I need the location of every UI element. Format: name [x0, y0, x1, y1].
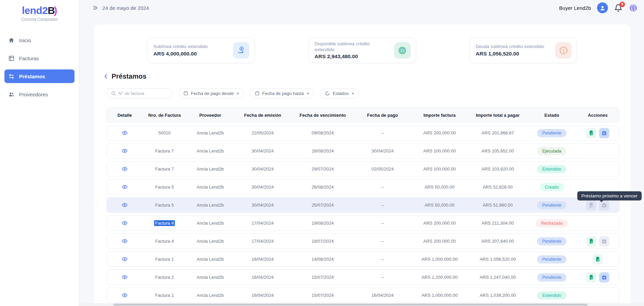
- sidebar-item-inicio[interactable]: Inicio: [4, 33, 75, 47]
- current-date: 24 de mayo de 2024: [102, 5, 149, 11]
- view-detail-button[interactable]: [121, 256, 128, 263]
- issue-date: 22/05/2024: [234, 130, 291, 135]
- view-detail-button[interactable]: [121, 220, 128, 227]
- row-actions: [576, 200, 619, 210]
- sidebar-item-label: Facturas: [19, 55, 39, 61]
- status-badge: Rechazada: [536, 219, 567, 227]
- payment-date: --: [354, 184, 411, 190]
- svg-text:$: $: [401, 49, 403, 52]
- invoice-amount: ARS 100,000.00: [411, 166, 468, 172]
- total-amount: ARS 103,920.00: [468, 166, 527, 172]
- provider: Ancla Lend2b: [186, 293, 234, 298]
- collapse-sidebar-icon[interactable]: [92, 5, 98, 11]
- logo-accent-mark: ): [54, 5, 57, 16]
- total-amount: ARS 1,056,520.00: [468, 257, 527, 262]
- user-avatar[interactable]: [597, 2, 608, 13]
- invoice-number: Factura 4: [154, 220, 175, 226]
- payment-date: --: [354, 130, 411, 135]
- payment-date: 30/04/2024: [354, 148, 411, 154]
- invoice-number: Factura 1: [155, 293, 174, 298]
- invoice-amount: ARS 1,000,000.00: [411, 293, 468, 298]
- sidebar-item-facturas[interactable]: Facturas: [4, 51, 75, 65]
- column-header: Fecha de emisión: [234, 113, 291, 118]
- provider: Ancla Lend2b: [186, 221, 234, 226]
- view-detail-button[interactable]: [121, 202, 128, 209]
- loan-document-button[interactable]: [586, 236, 596, 246]
- invoice-number: Factura 5: [155, 184, 174, 190]
- issue-date: 30/04/2024: [234, 184, 291, 190]
- card-deuda-sublinea: Deuda sublínea crédito extendido ARS 1,0…: [469, 38, 577, 63]
- topbar: 24 de mayo de 2024 Buyer Lend2b 9: [79, 0, 644, 16]
- invoice-amount: ARS 200,000.00: [411, 221, 468, 226]
- table-row: Factura 4 Ancla Lend2b 17/04/2024 18/07/…: [106, 233, 620, 249]
- due-date: 15/07/2024: [291, 275, 354, 280]
- invoice-amount: ARS 1,000,000.00: [411, 257, 468, 262]
- extend-loan-calendar-button[interactable]: [599, 272, 609, 283]
- loan-document-button[interactable]: [593, 254, 603, 264]
- scrollbar-thumb[interactable]: [113, 304, 588, 306]
- view-detail-button[interactable]: [121, 183, 128, 191]
- due-date: 25/07/2024: [291, 203, 354, 208]
- total-amount: ARS 1,039,200.00: [468, 293, 527, 298]
- issue-date: 16/04/2024: [234, 275, 291, 280]
- extend-loan-calendar-button[interactable]: [599, 128, 609, 138]
- loan-document-button[interactable]: [586, 128, 596, 138]
- column-header: Fecha de vencimiento: [291, 113, 354, 118]
- notifications-bell-icon[interactable]: 9: [614, 4, 623, 12]
- status-badge: Creado: [540, 183, 564, 191]
- table-row: Factura 1 Ancla Lend2b 16/04/2024 15/07/…: [106, 288, 620, 303]
- status-badge: Pendiente: [537, 273, 566, 281]
- table-row: Factura 5 Ancla Lend2b 30/04/2024 25/07/…: [106, 197, 620, 213]
- due-date: 29/07/2024: [291, 166, 354, 172]
- provider: Ancla Lend2b: [186, 275, 234, 280]
- row-actions: [576, 272, 619, 283]
- view-detail-button[interactable]: [121, 238, 128, 245]
- view-detail-button[interactable]: [121, 292, 128, 299]
- total-amount: ARS 51,960.00: [468, 203, 527, 208]
- view-detail-button[interactable]: [121, 129, 128, 136]
- table-row: Factura 5 Ancla Lend2b 30/04/2024 26/08/…: [106, 179, 620, 195]
- column-header: Estado: [527, 113, 576, 118]
- payment-date: --: [354, 257, 411, 262]
- issue-date: 30/04/2024: [234, 166, 291, 172]
- main-area: 24 de mayo de 2024 Buyer Lend2b 9 Sublín…: [79, 0, 644, 306]
- provider: Ancla Lend2b: [186, 148, 234, 154]
- sidebar-item-prestamos[interactable]: Préstamos: [4, 69, 75, 83]
- column-header: Acciones: [576, 113, 619, 118]
- total-amount: ARS 1,247,040.00: [468, 275, 527, 280]
- table-row: Factura 4 Ancla Lend2b 17/04/2024 19/08/…: [106, 215, 620, 231]
- status-badge: Pendiente: [537, 237, 566, 245]
- payment-date: --: [354, 239, 411, 244]
- column-header: Importe total a pagar: [468, 113, 527, 118]
- sidebar-item-proveedores[interactable]: Proveedores: [4, 87, 75, 101]
- view-detail-button[interactable]: [121, 274, 128, 281]
- date-from-filter-button[interactable]: Fecha de pago desde ▾: [178, 88, 244, 98]
- table-row: Factura 2 Ancla Lend2b 16/04/2024 15/07/…: [106, 270, 620, 285]
- extend-loan-calendar-button: [599, 236, 609, 246]
- back-chevron-icon[interactable]: [103, 73, 109, 80]
- invoice-search-field[interactable]: [106, 88, 172, 98]
- view-detail-button[interactable]: [121, 147, 128, 155]
- page-title-row: Préstamos: [103, 73, 631, 80]
- loan-document-button[interactable]: [586, 272, 596, 283]
- view-detail-button[interactable]: [121, 165, 128, 173]
- horizontal-scrollbar[interactable]: [79, 303, 644, 306]
- suppliers-users-icon: [8, 91, 15, 98]
- total-amount: ARS 201,666.67: [468, 130, 527, 135]
- user-name: Buyer Lend2b: [559, 5, 591, 11]
- table-row: Factura 7 Ancla Lend2b 30/04/2024 28/08/…: [106, 143, 620, 159]
- table-row: Factura 1 Ancla Lend2b 16/04/2024 14/08/…: [106, 252, 620, 267]
- states-filter-button[interactable]: Estados ▾: [320, 88, 359, 98]
- calendar-icon: [183, 91, 188, 96]
- provider: Ancla Lend2b: [186, 130, 234, 135]
- home-icon: [8, 37, 15, 44]
- search-input[interactable]: [118, 91, 163, 96]
- invoice-number: Factura 2: [155, 275, 174, 280]
- total-amount: ARS 105,652.00: [468, 148, 527, 154]
- coins-icon: $: [394, 42, 411, 59]
- date-to-filter-button[interactable]: Fecha de pago hasta ▾: [250, 88, 314, 98]
- language-globe-icon[interactable]: [629, 3, 638, 13]
- column-header: Detalle: [107, 113, 143, 118]
- status-badge: Pendiente: [537, 255, 566, 263]
- provider: Ancla Lend2b: [186, 203, 234, 208]
